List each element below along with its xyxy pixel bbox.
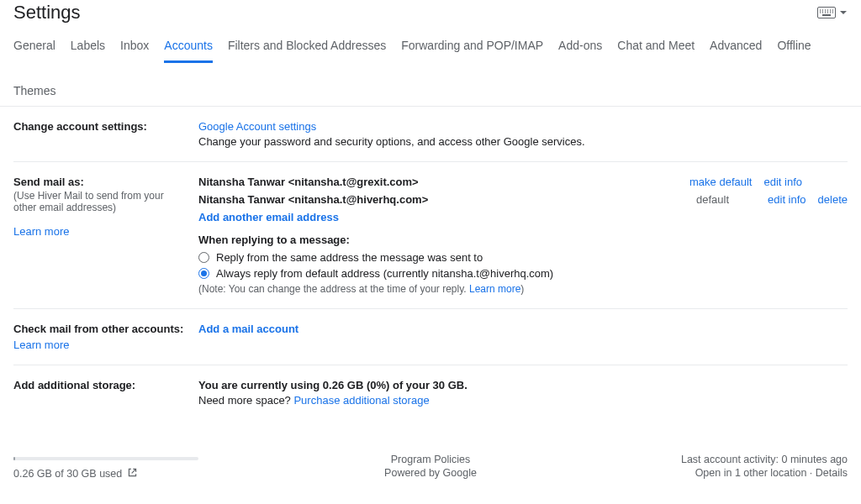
send-mail-as-learn-more[interactable]: Learn more (13, 225, 69, 238)
program-policies-link[interactable]: Program Policies (391, 454, 470, 465)
tab-chat[interactable]: Chat and Meet (617, 39, 695, 62)
send-mail-as-label: Send mail as: (13, 176, 188, 188)
check-mail-learn-more[interactable]: Learn more (13, 339, 69, 351)
tab-forwarding[interactable]: Forwarding and POP/IMAP (401, 39, 543, 62)
make-default-link[interactable]: make default (689, 176, 752, 188)
external-link-icon[interactable] (127, 467, 138, 480)
radio-icon (198, 268, 209, 279)
tab-filters[interactable]: Filters and Blocked Addresses (228, 39, 386, 62)
input-tools-picker[interactable] (817, 7, 848, 19)
radio-icon (198, 252, 209, 263)
page-title: Settings (13, 2, 81, 24)
tab-accounts[interactable]: Accounts (164, 39, 213, 63)
tab-advanced[interactable]: Advanced (710, 39, 762, 62)
change-account-label: Change account settings: (13, 120, 188, 133)
send-as-row: Nitansha Tanwar <nitansha.t@hiverhq.com>… (198, 193, 848, 206)
reply-note: (Note: You can change the address at the… (198, 283, 848, 295)
reply-note-learn-more[interactable]: Learn more (469, 283, 520, 295)
tab-themes[interactable]: Themes (13, 77, 848, 106)
last-activity: Last account activity: 0 minutes ago (487, 454, 848, 465)
settings-tabs: General Labels Inbox Accounts Filters an… (13, 39, 848, 106)
default-label: default (696, 193, 729, 206)
tab-inbox[interactable]: Inbox (120, 39, 149, 62)
send-as-row: Nitansha Tanwar <nitansha.t@grexit.com> … (198, 176, 848, 188)
send-as-email: Nitansha Tanwar <nitansha.t@grexit.com> (198, 176, 419, 188)
storage-need-more: Need more space? (198, 394, 293, 407)
powered-by: Powered by Google (384, 467, 477, 479)
storage-usage-line: You are currently using 0.26 GB (0%) of … (198, 379, 848, 391)
reply-heading: When replying to a message: (198, 234, 848, 246)
delete-link[interactable]: delete (818, 193, 848, 206)
reply-option-label: Always reply from default address (curre… (216, 267, 553, 280)
add-another-email-link[interactable]: Add another email address (198, 211, 339, 223)
keyboard-icon (817, 7, 836, 18)
reply-option-default-address[interactable]: Always reply from default address (curre… (198, 267, 848, 280)
reply-option-label: Reply from the same address the message … (216, 251, 483, 264)
send-mail-as-sub: (Use Hiver Mail to send from your other … (13, 190, 188, 213)
send-as-email: Nitansha Tanwar <nitansha.t@hiverhq.com> (198, 193, 428, 206)
chevron-down-icon (839, 7, 848, 19)
edit-info-link[interactable]: edit info (763, 176, 802, 188)
edit-info-link[interactable]: edit info (768, 193, 806, 206)
purchase-storage-link[interactable]: Purchase additional storage (293, 394, 429, 407)
activity-details-link[interactable]: Details (816, 467, 848, 479)
tab-addons[interactable]: Add-ons (558, 39, 602, 62)
reply-option-same-address[interactable]: Reply from the same address the message … (198, 251, 848, 264)
add-mail-account-link[interactable]: Add a mail account (198, 323, 298, 335)
change-account-desc: Change your password and security option… (198, 135, 848, 148)
add-storage-label: Add additional storage: (13, 379, 188, 391)
storage-bar (13, 457, 198, 460)
storage-used-text: 0.26 GB of 30 GB used (13, 468, 122, 480)
tab-general[interactable]: General (13, 39, 55, 62)
tab-offline[interactable]: Offline (777, 39, 811, 62)
open-locations: Open in 1 other location · (695, 467, 816, 479)
google-account-settings-link[interactable]: Google Account settings (198, 120, 316, 133)
tab-labels[interactable]: Labels (71, 39, 105, 62)
check-mail-label: Check mail from other accounts: (13, 323, 188, 335)
